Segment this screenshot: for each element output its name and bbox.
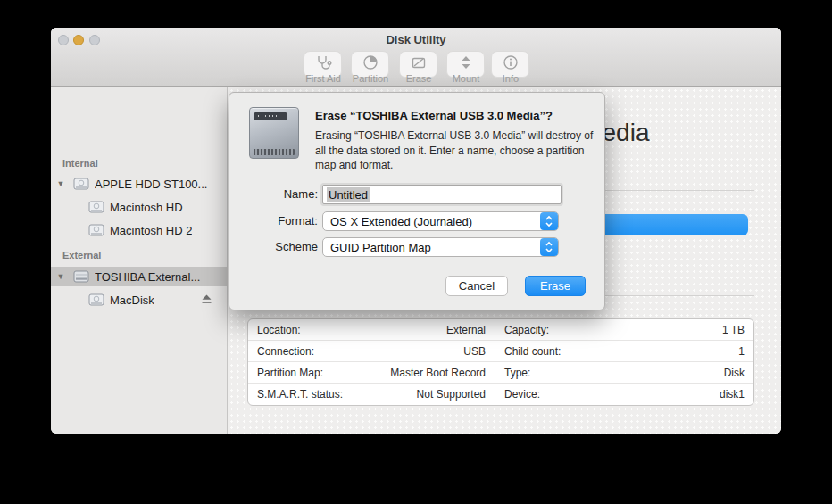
sidebar-item-label: Macintosh HD [110,201,183,214]
sidebar-item-macintosh-hd-2[interactable]: Macintosh HD 2 [51,220,228,240]
sidebar-item-macintosh-hd[interactable]: Macintosh HD [51,197,228,217]
format-label: Format: [233,214,318,227]
internal-disk-icon [73,177,89,191]
name-label: Name: [233,187,318,201]
sidebar-item-apple-hdd[interactable]: ▼ APPLE HDD ST100... [51,174,228,194]
external-disk-icon [73,269,89,284]
scheme-selected-value: GUID Partition Map [323,241,540,254]
table-row: Type: Disk [495,362,753,384]
erase-icon [411,55,427,73]
scheme-label: Scheme [233,240,318,253]
titlebar-toolbar: Disk Utility First Aid Partition Erase [51,28,781,87]
format-dropdown[interactable]: OS X Extended (Journaled) [322,211,559,231]
sidebar-item-label: APPLE HDD ST100... [95,178,207,191]
table-row: Child count: 1 [495,341,753,362]
table-row: Capacity: 1 TB [495,319,753,341]
volume-icon [88,223,104,237]
sidebar-item-toshiba-external[interactable]: ▼ TOSHIBA External... [51,267,228,286]
scheme-dropdown[interactable]: GUID Partition Map [322,237,559,257]
sidebar-section-internal: Internal [62,158,98,169]
info-table-left-column: Location: External Connection: USB Parti… [248,319,495,405]
sidebar: Internal ▼ APPLE HDD ST100... Macintosh … [51,87,228,434]
info-label: Info [479,73,542,84]
format-selected-value: OS X Extended (Journaled) [323,215,540,228]
sidebar-item-label: MacDisk [110,293,154,307]
window-title: Disk Utility [51,33,781,46]
chevron-up-down-icon [540,238,558,256]
sidebar-item-label: TOSHIBA External... [95,270,200,284]
table-row: Device: disk1 [495,384,753,405]
screenshot-canvas: Disk Utility First Aid Partition Erase [0,0,832,504]
disk-utility-window: Disk Utility First Aid Partition Erase [51,28,781,434]
name-value-selected-text: Untitled [327,187,370,202]
eject-icon[interactable] [200,293,213,305]
chevron-up-down-icon [540,212,558,230]
volume-icon [88,200,104,214]
partition-icon [362,54,379,74]
erase-confirm-button[interactable]: Erase [525,276,586,296]
dialog-body-text: Erasing “TOSHIBA External USB 3.0 Media”… [315,128,599,173]
info-icon [503,54,519,74]
sidebar-section-external: External [62,250,101,260]
volume-icon [88,293,104,307]
disclosure-triangle-icon[interactable]: ▼ [56,272,65,281]
info-table-right-column: Capacity: 1 TB Child count: 1 Type: Disk… [495,319,753,405]
table-row: S.M.A.R.T. status: Not Supported [248,384,495,405]
first-aid-icon [314,54,332,74]
table-row: Connection: USB [248,341,495,362]
disclosure-triangle-icon[interactable]: ▼ [56,179,65,188]
dialog-title: Erase “TOSHIBA External USB 3.0 Media”? [315,109,597,122]
table-row: Location: External [248,319,495,341]
info-table: Location: External Connection: USB Parti… [247,318,754,406]
name-input[interactable]: Untitled [322,185,562,204]
hard-drive-icon [249,107,299,159]
table-row: Partition Map: Master Boot Record [248,362,495,384]
mount-icon [459,54,473,74]
sidebar-item-label: Macintosh HD 2 [110,224,192,237]
erase-dialog: Erase “TOSHIBA External USB 3.0 Media”? … [229,92,605,310]
cancel-button[interactable]: Cancel [445,276,508,296]
sidebar-item-macdisk[interactable]: MacDisk [51,290,228,310]
